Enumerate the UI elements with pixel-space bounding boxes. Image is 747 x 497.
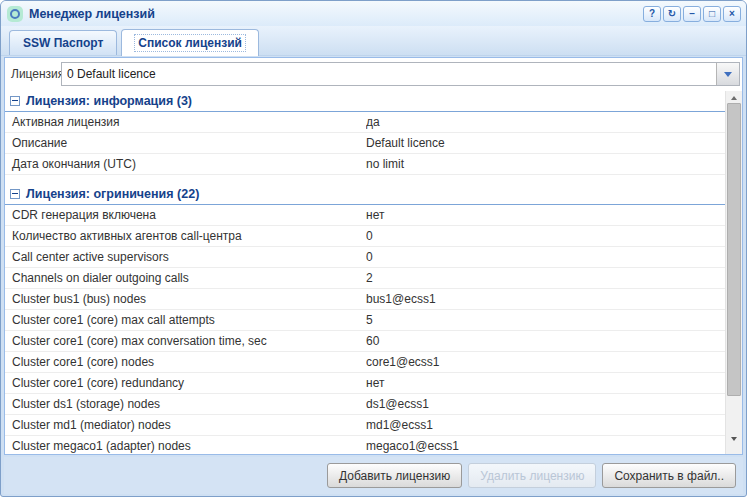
scrollbar-thumb[interactable]	[727, 103, 741, 396]
property-label: Cluster ds1 (storage) nodes	[5, 397, 366, 411]
property-row[interactable]: Cluster megaco1 (adapter) nodesmegaco1@e…	[5, 436, 725, 454]
close-icon: ×	[729, 9, 735, 19]
property-label: Cluster core1 (core) nodes	[5, 355, 366, 369]
property-label: Дата окончания (UTC)	[5, 157, 366, 171]
collapse-icon[interactable]	[10, 189, 20, 199]
property-row[interactable]: Channels on dialer outgoing calls2	[5, 268, 725, 289]
arrow-up-icon	[731, 96, 737, 100]
license-panel: Лицензия: 0 Default licence Лицензия: ин…	[4, 57, 743, 455]
property-row[interactable]: Cluster core1 (core) max conversation ti…	[5, 331, 725, 352]
tab-ssw-passport[interactable]: SSW Паспорт	[9, 30, 117, 55]
section-title: Лицензия: огриничения (22)	[26, 187, 199, 201]
property-value: да	[366, 115, 725, 129]
property-row[interactable]: Активная лицензияда	[5, 112, 725, 133]
property-grid-area: Лицензия: информация (3)Активная лицензи…	[5, 91, 742, 454]
property-label: Channels on dialer outgoing calls	[5, 271, 366, 285]
property-value: core1@ecss1	[366, 355, 725, 369]
refresh-button[interactable]: ↻	[663, 6, 681, 22]
window-title: Менеджер лицензий	[29, 7, 155, 21]
property-label: Cluster md1 (mediator) nodes	[5, 418, 366, 432]
maximize-button[interactable]: □	[703, 6, 721, 22]
property-label: CDR генерация включена	[5, 208, 366, 222]
section-gap	[5, 175, 725, 184]
arrow-down-icon	[731, 437, 737, 441]
minimize-icon: –	[689, 9, 695, 19]
property-value: md1@ecss1	[366, 418, 725, 432]
property-value: 2	[366, 271, 725, 285]
property-row[interactable]: Дата окончания (UTC)no limit	[5, 154, 725, 175]
add-license-button[interactable]: Добавить лицензию	[327, 463, 462, 488]
property-label: Cluster core1 (core) redundancy	[5, 376, 366, 390]
property-value: 5	[366, 313, 725, 327]
property-row[interactable]: Cluster core1 (core) nodescore1@ecss1	[5, 352, 725, 373]
tab-label: SSW Паспорт	[23, 36, 103, 50]
property-label: Cluster megaco1 (adapter) nodes	[5, 439, 366, 453]
section-title: Лицензия: информация (3)	[26, 94, 192, 108]
property-row[interactable]: Cluster core1 (core) max call attempts5	[5, 310, 725, 331]
property-value: нет	[366, 376, 725, 390]
refresh-icon: ↻	[668, 9, 676, 19]
property-value: Default licence	[366, 136, 725, 150]
license-combobox[interactable]: 0 Default licence	[61, 62, 740, 86]
license-manager-window: Менеджер лицензий ?↻–□× SSW ПаспортСписо…	[0, 0, 747, 497]
window-controls: ?↻–□×	[643, 6, 741, 22]
chevron-down-icon	[724, 72, 732, 77]
save-to-file-button[interactable]: Сохранить в файл..	[602, 463, 736, 488]
property-row[interactable]: CDR генерация включенанет	[5, 205, 725, 226]
tab-license-list[interactable]: Список лицензий	[121, 29, 259, 56]
property-value: 60	[366, 334, 725, 348]
collapse-icon[interactable]	[10, 96, 20, 106]
license-manager-icon	[7, 6, 23, 22]
property-row[interactable]: Cluster md1 (mediator) nodesmd1@ecss1	[5, 415, 725, 436]
property-label: Cluster core1 (core) max call attempts	[5, 313, 366, 327]
property-row[interactable]: ОписаниеDefault licence	[5, 133, 725, 154]
property-value: 0	[366, 250, 725, 264]
maximize-icon: □	[709, 9, 715, 19]
property-label: Активная лицензия	[5, 115, 366, 129]
property-label: Количество активных агентов call-центра	[5, 229, 366, 243]
close-button[interactable]: ×	[723, 6, 741, 22]
property-row[interactable]: Cluster core1 (core) redundancyнет	[5, 373, 725, 394]
property-value: no limit	[366, 157, 725, 171]
minimize-button[interactable]: –	[683, 6, 701, 22]
tab-strip: SSW ПаспортСписок лицензий	[1, 26, 746, 56]
property-label: Call center active supervisors	[5, 250, 366, 264]
window-titlebar[interactable]: Менеджер лицензий ?↻–□×	[1, 1, 746, 26]
property-row[interactable]: Cluster bus1 (bus) nodesbus1@ecss1	[5, 289, 725, 310]
property-row[interactable]: Количество активных агентов call-центра0	[5, 226, 725, 247]
property-grid: Лицензия: информация (3)Активная лицензи…	[5, 91, 725, 454]
property-value: ds1@ecss1	[366, 397, 725, 411]
delete-license-button[interactable]: Удалить лицензию	[468, 463, 596, 488]
property-row[interactable]: Cluster ds1 (storage) nodesds1@ecss1	[5, 394, 725, 415]
vertical-scrollbar[interactable]	[725, 91, 742, 454]
footer-toolbar: Добавить лицензиюУдалить лицензиюСохрани…	[4, 457, 743, 494]
property-value: bus1@ecss1	[366, 292, 725, 306]
help-button[interactable]: ?	[643, 6, 661, 22]
license-combobox-trigger[interactable]	[716, 63, 739, 85]
property-label: Cluster bus1 (bus) nodes	[5, 292, 366, 306]
property-value: megaco1@ecss1	[366, 439, 725, 453]
property-label: Описание	[5, 136, 366, 150]
property-label: Cluster core1 (core) max conversation ti…	[5, 334, 366, 348]
license-selector-row: Лицензия: 0 Default licence	[5, 58, 742, 90]
section-header[interactable]: Лицензия: информация (3)	[5, 91, 725, 112]
license-combobox-value: 0 Default licence	[67, 67, 156, 81]
help-icon: ?	[649, 9, 655, 19]
section-header[interactable]: Лицензия: огриничения (22)	[5, 184, 725, 205]
property-value: нет	[366, 208, 725, 222]
scroll-down-button[interactable]	[726, 432, 742, 446]
property-value: 0	[366, 229, 725, 243]
license-selector-label: Лицензия:	[11, 67, 61, 81]
property-row[interactable]: Call center active supervisors0	[5, 247, 725, 268]
tab-label: Список лицензий	[135, 35, 245, 51]
